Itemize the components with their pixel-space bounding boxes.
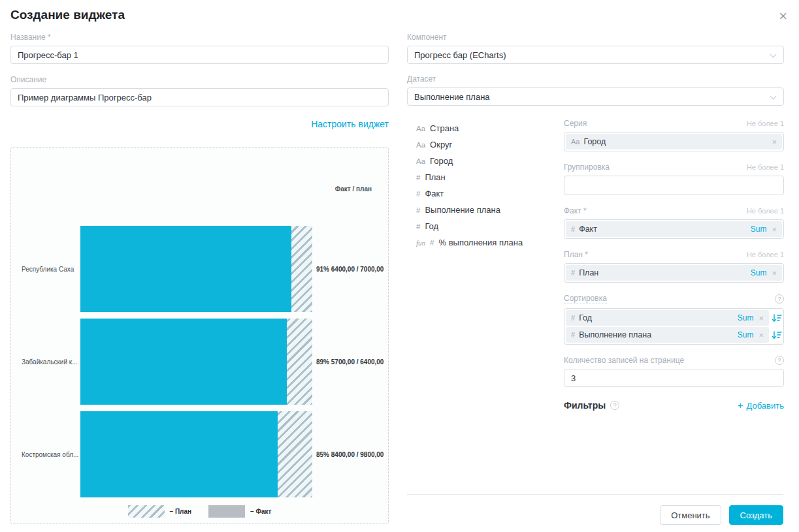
aggregation-label[interactable]: Sum <box>738 330 754 339</box>
name-group: Название * <box>10 33 389 64</box>
grouping-zone-label: Группировка <box>564 163 610 172</box>
field-item-fakt[interactable]: # Факт <box>416 185 564 202</box>
component-group: Компонент Прогресс бар (ECharts) <box>407 33 784 64</box>
field-item-gorod[interactable]: Aa Город <box>416 153 564 169</box>
chip-label: Год <box>579 313 734 322</box>
sorting-zone: Сортировка ? # Год Sum × <box>564 294 784 345</box>
field-label: Страна <box>430 123 459 133</box>
modal-footer: Отменить Создать <box>407 494 783 525</box>
remove-icon[interactable]: × <box>770 268 777 278</box>
sort-chip-vypolnenie[interactable]: # Выполнение плана Sum × <box>566 327 769 343</box>
number-type-icon: # <box>571 331 575 339</box>
bar-row: Забайкальский к... 89% 5700,00 / 6400,00 <box>22 319 383 405</box>
configure-widget-link[interactable]: Настроить виджет <box>311 119 389 129</box>
text-type-icon: Aa <box>416 125 425 133</box>
help-icon[interactable]: ? <box>610 401 619 410</box>
chip-label: Факт <box>579 225 747 234</box>
number-type-icon: # <box>571 314 575 322</box>
name-input[interactable] <box>10 46 389 64</box>
field-item-percent-plana[interactable]: fun # % выполнения плана <box>416 234 564 251</box>
dataset-value: Выполнение плана <box>414 92 490 102</box>
legend-item-fact: – Факт <box>208 505 271 518</box>
fact-chip[interactable]: # Факт Sum × <box>566 221 782 237</box>
number-type-icon: # <box>416 190 420 198</box>
left-panel: Название * Описание Настроить виджет Фак… <box>10 33 389 524</box>
chart-preview: Факт / план Республика Саха 91% 6400,00 … <box>10 147 389 524</box>
chevron-down-icon <box>770 52 777 58</box>
aggregation-label[interactable]: Sum <box>751 225 767 234</box>
help-icon[interactable]: ? <box>775 356 784 365</box>
plan-zone: План * Не более 1 # План Sum × <box>564 250 784 283</box>
grouping-zone-limit: Не более 1 <box>747 163 784 171</box>
sort-descending-icon[interactable] <box>772 313 782 323</box>
remove-icon[interactable]: × <box>770 225 777 234</box>
cancel-button[interactable]: Отменить <box>660 505 721 525</box>
field-label: План <box>425 172 445 182</box>
number-type-icon: # <box>416 174 420 181</box>
plan-zone-limit: Не более 1 <box>747 251 784 258</box>
component-value: Прогресс бар (ECharts) <box>414 50 506 60</box>
page-title: Создание виджета <box>10 8 125 22</box>
bar-row: Республика Саха 91% 6400,00 / 7000,00 <box>22 226 383 312</box>
series-chip[interactable]: Aa Город × <box>566 134 782 149</box>
page-size-zone: Количество записей на странице ? <box>564 356 784 387</box>
remove-icon[interactable]: × <box>757 330 764 340</box>
bar-chart: Республика Саха 91% 6400,00 / 7000,00 За… <box>22 226 383 504</box>
page-size-label: Количество записей на странице <box>564 356 684 365</box>
field-item-okrug[interactable]: Aa Округ <box>416 136 564 153</box>
grouping-dropzone[interactable] <box>564 176 784 195</box>
field-item-strana[interactable]: Aa Страна <box>416 120 564 136</box>
plan-swatch-icon <box>128 505 165 518</box>
chip-label: План <box>579 268 747 277</box>
bar-fill <box>80 226 291 312</box>
mapping-area: Aa Страна Aa Округ Aa Город # План # Фак… <box>407 119 784 411</box>
dropzones: Серия Не более 1 Aa Город × Группировка … <box>564 119 784 411</box>
text-type-icon: Aa <box>416 141 425 149</box>
aggregation-label[interactable]: Sum <box>751 268 767 277</box>
fact-zone-limit: Не более 1 <box>747 207 784 215</box>
number-type-icon: # <box>571 269 575 277</box>
series-dropzone[interactable]: Aa Город × <box>564 132 784 151</box>
plan-dropzone[interactable]: # План Sum × <box>564 263 784 283</box>
field-label: Округ <box>430 140 452 149</box>
close-icon[interactable]: × <box>779 9 787 23</box>
sort-row: # Год Sum × <box>566 310 782 326</box>
description-group: Описание <box>10 75 389 106</box>
plan-chip[interactable]: # План Sum × <box>566 265 782 281</box>
field-label: Выполнение плана <box>425 205 500 215</box>
description-input[interactable] <box>10 88 389 106</box>
legend-label: – Факт <box>250 508 271 515</box>
sort-chip-god[interactable]: # Год Sum × <box>566 310 769 326</box>
chip-label: Выполнение плана <box>579 330 734 339</box>
remove-icon[interactable]: × <box>757 313 764 323</box>
text-type-icon: Aa <box>416 157 425 165</box>
page-size-input[interactable] <box>564 369 784 387</box>
bar-fill <box>80 319 287 405</box>
sort-row: # Выполнение плана Sum × <box>566 327 782 343</box>
bar-row: Костромская обл... 85% 8400,00 / 9800,00 <box>22 411 383 497</box>
number-type-icon: # <box>430 239 434 247</box>
sort-descending-icon[interactable] <box>772 330 782 340</box>
aggregation-label[interactable]: Sum <box>738 313 754 322</box>
bar-category-label: Костромская обл... <box>22 451 80 458</box>
create-button[interactable]: Создать <box>729 505 783 525</box>
field-item-plan[interactable]: # План <box>416 169 564 185</box>
series-zone-label: Серия <box>564 119 587 128</box>
fact-swatch-icon <box>208 505 245 518</box>
help-icon[interactable]: ? <box>775 294 784 304</box>
bar-fill <box>80 411 278 497</box>
component-label: Компонент <box>407 33 784 42</box>
bar-category-label: Республика Саха <box>22 266 80 273</box>
chart-legend: – План – Факт <box>11 505 388 518</box>
right-panel: Компонент Прогресс бар (ECharts) Датасет… <box>407 33 784 411</box>
component-select[interactable]: Прогресс бар (ECharts) <box>407 46 784 64</box>
field-item-vypolnenie[interactable]: # Выполнение плана <box>416 202 564 218</box>
dataset-select[interactable]: Выполнение плана <box>407 87 784 106</box>
bar-value-label: 91% 6400,00 / 7000,00 <box>312 266 383 273</box>
field-item-god[interactable]: # Год <box>416 218 564 234</box>
sorting-dropzone[interactable]: # Год Sum × <box>564 308 784 345</box>
fact-dropzone[interactable]: # Факт Sum × <box>564 219 784 239</box>
remove-icon[interactable]: × <box>770 137 777 147</box>
plan-zone-label: План * <box>564 250 588 259</box>
add-filter-button[interactable]: + Добавить <box>738 401 784 411</box>
